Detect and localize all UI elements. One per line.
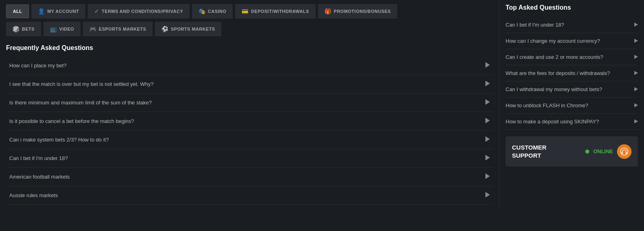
faq-item-text: Can i make system bets 2/3? How to do it… (9, 137, 109, 143)
faq-item-text: Is there minimum and maximum limit of th… (9, 100, 152, 106)
faq-item[interactable]: Is there minimum and maximum limit of th… (6, 94, 493, 112)
top-asked-item[interactable]: How can I change my account currency? (506, 33, 638, 49)
svg-point-0 (621, 148, 628, 155)
nav-deposit-label: DEPOSIT/WITHDRAWALS (251, 9, 309, 14)
nav-my-account-button[interactable]: 👤 MY ACCOUNT (31, 4, 85, 19)
faq-item-text: I see that the match is over but my bet … (9, 81, 153, 87)
chevron-right-icon (485, 136, 490, 143)
left-panel: ALL 👤 MY ACCOUNT ✓ TERMS AND CONDITIONS/… (0, 0, 499, 209)
nav-all-label: ALL (13, 9, 22, 14)
chevron-right-icon (634, 86, 638, 92)
second-nav: 🎲 BETS 📺 VIDEO 🎮 ESPORTS MARKETS ⚽ SPORT… (6, 22, 493, 36)
chevron-right-icon (485, 81, 490, 87)
svg-rect-2 (626, 152, 627, 154)
top-asked-text: How to make a deposit using SKINPAY? (506, 119, 599, 125)
cs-info: CUSTOMER SUPPORT (512, 144, 547, 159)
top-asked-title: Top Asked Questions (506, 4, 638, 11)
top-asked-item[interactable]: How to make a deposit using SKINPAY? (506, 114, 638, 130)
nav-casino-button[interactable]: 🎭 CASINO (192, 4, 233, 19)
top-asked-text: Can I withdrawal my money without bets? (506, 86, 602, 92)
nav-sports-label: SPORTS MARKETS (171, 27, 215, 31)
deposit-icon: 💳 (242, 8, 249, 15)
online-indicator (585, 150, 589, 154)
chevron-right-icon (485, 99, 490, 106)
top-nav: ALL 👤 MY ACCOUNT ✓ TERMS AND CONDITIONS/… (6, 4, 493, 19)
nav-promotions-button[interactable]: 🎁 PROMOTIONS/BONUSES (318, 4, 397, 19)
check-icon: ✓ (94, 8, 99, 15)
cs-title-line1: CUSTOMER (512, 144, 547, 152)
chevron-right-icon (634, 70, 638, 76)
nav-my-account-label: MY ACCOUNT (47, 9, 79, 14)
nav-sports-button[interactable]: ⚽ SPORTS MARKETS (155, 22, 221, 36)
faq-item[interactable]: Can i make system bets 2/3? How to do it… (6, 131, 493, 149)
svg-rect-1 (622, 152, 623, 154)
faq-item-text: How can I place my bet? (9, 62, 66, 69)
chevron-right-icon (485, 173, 490, 180)
faq-item[interactable]: I see that the match is over but my bet … (6, 75, 493, 94)
faq-item-text: Is it possible to cancel a bet before th… (9, 118, 134, 124)
top-asked-item[interactable]: How to unblock FLASH in Chrome? (506, 98, 638, 114)
nav-casino-label: CASINO (208, 9, 227, 14)
nav-deposit-button[interactable]: 💳 DEPOSIT/WITHDRAWALS (235, 4, 315, 19)
chevron-right-icon (485, 155, 490, 162)
nav-esports-button[interactable]: 🎮 ESPORTS MARKETS (83, 22, 153, 36)
chevron-right-icon (634, 54, 638, 60)
headset-icon (617, 144, 632, 159)
faq-item[interactable]: Aussie rules markets (6, 186, 493, 205)
chevron-right-icon (634, 119, 638, 125)
top-asked-text: How can I change my account currency? (506, 38, 600, 44)
top-asked-item[interactable]: Can I withdrawal my money without bets? (506, 81, 638, 98)
top-asked-text: Can I create and use 2 or more accounts? (506, 54, 603, 60)
top-asked-text: What are the fees for deposits / withdra… (506, 70, 610, 76)
nav-video-label: VIDEO (59, 27, 74, 31)
nav-video-button[interactable]: 📺 VIDEO (43, 22, 80, 36)
cs-online-text: ONLINE (593, 148, 613, 154)
top-asked-item[interactable]: Can I bet if I'm under 18? (506, 17, 638, 33)
customer-support-box[interactable]: CUSTOMER SUPPORT ONLINE (506, 136, 638, 166)
top-asked-list: Can I bet if I'm under 18? How can I cha… (506, 17, 638, 130)
nav-bets-button[interactable]: 🎲 BETS (6, 22, 41, 36)
top-asked-item[interactable]: What are the fees for deposits / withdra… (506, 65, 638, 81)
video-icon: 📺 (50, 26, 57, 32)
chevron-right-icon (634, 22, 638, 28)
cs-title-line2: SUPPORT (512, 152, 547, 160)
top-asked-text: Can I bet if I'm under 18? (506, 22, 564, 28)
esports-icon: 🎮 (89, 26, 97, 32)
nav-all-button[interactable]: ALL (6, 4, 29, 18)
chevron-right-icon (485, 192, 490, 199)
cs-status: ONLINE (585, 144, 632, 159)
sports-icon: ⚽ (161, 26, 169, 32)
nav-promotions-label: PROMOTIONS/BONUSES (334, 9, 391, 14)
casino-icon: 🎭 (198, 8, 206, 15)
faq-title: Frequently Asked Questions (6, 44, 493, 52)
chevron-right-icon (634, 102, 638, 108)
nav-bets-label: BETS (22, 27, 35, 31)
faq-item-text: American football markets (9, 174, 70, 180)
top-asked-text: How to unblock FLASH in Chrome? (506, 102, 588, 108)
faq-item[interactable]: Is it possible to cancel a bet before th… (6, 112, 493, 131)
nav-terms-button[interactable]: ✓ TERMS AND CONDITIONS/PRIVACY (88, 4, 190, 19)
nav-terms-label: TERMS AND CONDITIONS/PRIVACY (102, 9, 183, 14)
right-panel: Top Asked Questions Can I bet if I'm und… (499, 0, 644, 209)
faq-item[interactable]: Can I bet if I'm under 18? (6, 149, 493, 168)
faq-list: How can I place my bet? I see that the m… (6, 56, 493, 205)
chevron-right-icon (485, 62, 490, 69)
chevron-right-icon (485, 118, 490, 125)
top-asked-item[interactable]: Can I create and use 2 or more accounts? (506, 49, 638, 65)
nav-esports-label: ESPORTS MARKETS (99, 27, 147, 31)
person-icon: 👤 (38, 8, 45, 15)
faq-item-text: Can I bet if I'm under 18? (9, 155, 68, 161)
faq-item-text: Aussie rules markets (9, 192, 58, 198)
chevron-right-icon (634, 38, 638, 44)
faq-item[interactable]: How can I place my bet? (6, 56, 493, 75)
promotions-icon: 🎁 (324, 8, 332, 15)
bets-icon: 🎲 (12, 26, 20, 32)
faq-item[interactable]: American football markets (6, 168, 493, 186)
